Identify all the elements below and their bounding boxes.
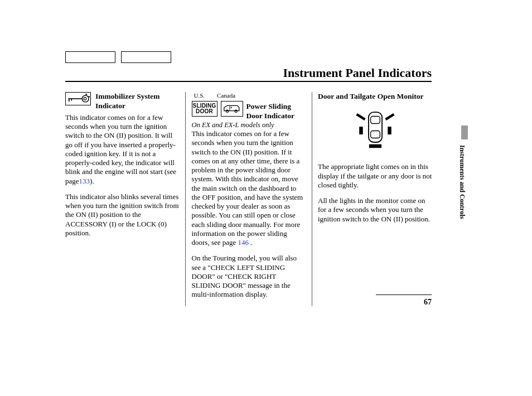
label-us: U.S. — [194, 92, 205, 100]
sliding-heading: Power Sliding Door Indicator — [246, 101, 306, 121]
page-title: Instrument Panel Indicators — [283, 66, 432, 80]
immobilizer-header: Immobilizer System Indicator — [65, 92, 180, 111]
side-tab — [461, 125, 468, 139]
column-1: Immobilizer System Indicator This indica… — [65, 92, 180, 306]
svg-point-0 — [82, 95, 89, 102]
column-3: Door and Tailgate Open Monitor The appro… — [318, 92, 432, 306]
svg-rect-9 — [370, 116, 380, 123]
col1-p1a: This indicator comes on for a few second… — [65, 113, 176, 185]
region-labels: U.S. Canada — [192, 92, 306, 100]
page-link-133[interactable]: 133 — [79, 177, 90, 185]
page: Instrument Panel Indicators Immobili — [0, 0, 532, 396]
column-2: U.S. Canada SLIDING DOOR Po — [192, 92, 306, 306]
col3-p1: The appropriate light comes on in this d… — [318, 162, 432, 190]
van-icon — [223, 103, 241, 115]
label-canada: Canada — [217, 92, 235, 100]
content-columns: Immobilizer System Indicator This indica… — [65, 92, 432, 306]
sliding-door-van-icon — [221, 101, 243, 117]
col2-p1: This indicator comes on for a few second… — [192, 129, 306, 247]
door-open-diagram-icon — [339, 106, 412, 153]
svg-line-12 — [385, 114, 394, 119]
col1-p1: This indicator comes on for a few second… — [65, 113, 180, 186]
col1-p2: This indicator also blinks several times… — [65, 192, 180, 238]
col3-p2: All the lights in the monitor come on fo… — [318, 196, 432, 224]
sliding-line2: DOOR — [196, 109, 213, 114]
svg-point-1 — [84, 98, 86, 100]
header-boxes — [65, 51, 171, 63]
svg-rect-10 — [370, 131, 380, 138]
page-link-146[interactable]: 146 — [238, 238, 249, 247]
col2-subnote: On EX and EX-L models only — [192, 121, 306, 130]
col2-p1b: . — [249, 238, 253, 247]
header-box-2 — [121, 51, 171, 63]
svg-point-5 — [226, 110, 228, 112]
header-box-1 — [65, 51, 115, 63]
column-divider-1 — [185, 92, 186, 306]
svg-point-6 — [234, 110, 236, 112]
col2-p2: On the Touring model, you will also see … — [192, 254, 306, 299]
page-number-rule — [376, 294, 432, 295]
title-rule — [65, 81, 432, 82]
page-number: 67 — [424, 298, 432, 307]
immobilizer-key-icon — [65, 92, 91, 105]
col2-p1a: This indicator comes on for a few second… — [192, 129, 303, 247]
svg-rect-14 — [388, 127, 391, 134]
svg-line-11 — [356, 114, 365, 119]
svg-rect-13 — [359, 127, 362, 134]
svg-rect-15 — [369, 144, 381, 148]
column-divider-2 — [312, 92, 312, 306]
key-icon — [66, 93, 90, 105]
sliding-door-icons: SLIDING DOOR Power Sliding Door Indicato… — [192, 101, 306, 121]
door-monitor-heading: Door and Tailgate Open Monitor — [318, 92, 432, 102]
immobilizer-heading: Immobilizer System Indicator — [95, 92, 180, 111]
col1-p1b: ). — [90, 177, 94, 185]
sliding-door-text-icon: SLIDING DOOR — [192, 101, 217, 117]
side-section-label: Instruments and Controls — [458, 145, 466, 219]
